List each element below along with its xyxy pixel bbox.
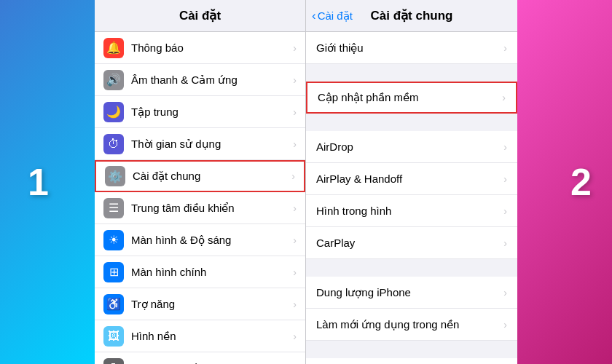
- left-panel-header: Cài đặt: [95, 0, 305, 32]
- panels-container: Cài đặt 🔔 Thông báo › 🔊 Âm thanh & Cảm ứ…: [95, 0, 517, 364]
- icon-siri: 🎙: [103, 358, 124, 365]
- label-tro-nang: Trợ năng: [131, 298, 293, 311]
- right-item-cap-nhat[interactable]: Cập nhật phần mềm ›: [306, 82, 517, 114]
- settings-item-thong-bao[interactable]: 🔔 Thông báo ›: [95, 32, 305, 64]
- left-panel-title: Cài đặt: [179, 8, 221, 23]
- label-man-hinh-chinh: Màn hình chính: [131, 266, 293, 278]
- right-item-carplay[interactable]: CarPlay ›: [306, 227, 517, 259]
- settings-item-tap-trung[interactable]: 🌙 Tập trung ›: [95, 96, 305, 128]
- right-item-airdrop[interactable]: AirDrop ›: [306, 131, 517, 163]
- icon-tro-nang: ♿: [103, 294, 124, 314]
- label-siri: Siri & Tìm kiếm: [131, 362, 293, 365]
- right-label-carplay: CarPlay: [316, 237, 503, 249]
- right-chevron-gioi-thieu: ›: [503, 42, 507, 54]
- settings-item-siri[interactable]: 🎙 Siri & Tìm kiếm ›: [95, 352, 305, 364]
- right-label-lam-moi: Làm mới ứng dụng trong nền: [316, 318, 503, 331]
- right-chevron-carplay: ›: [503, 237, 507, 249]
- label-tap-trung: Tập trung: [131, 106, 293, 119]
- back-label: Cài đặt: [318, 9, 353, 23]
- section-spacer-3: [306, 341, 517, 358]
- icon-hinh-nen: 🖼: [103, 326, 124, 347]
- right-label-hinh-trong-hinh: Hình trong hình: [316, 205, 503, 217]
- icon-cai-dat-chung: ⚙️: [105, 166, 125, 186]
- label-trung-tam: Trung tâm điều khiển: [131, 202, 293, 215]
- chevron-icon-tro-nang: ›: [293, 298, 297, 310]
- right-settings-list: Giới thiệu › Cập nhật phần mềm › AirDrop…: [306, 32, 517, 364]
- settings-item-am-thanh[interactable]: 🔊 Âm thanh & Cảm ứng ›: [95, 64, 305, 96]
- label-thong-bao: Thông báo: [131, 41, 293, 54]
- settings-item-man-hinh-do-sang[interactable]: ☀ Màn hình & Độ sáng ›: [95, 224, 305, 256]
- icon-man-hinh-do-sang: ☀: [103, 230, 124, 250]
- right-label-airplay: AirPlay & Handoff: [316, 173, 503, 185]
- label-am-thanh: Âm thanh & Cảm ứng: [131, 74, 293, 87]
- label-cai-dat-chung: Cài đặt chung: [133, 170, 291, 183]
- right-label-dung-luong: Dung lượng iPhone: [316, 286, 503, 299]
- settings-item-thoi-gian[interactable]: ⏱ Thời gian sử dụng ›: [95, 128, 305, 160]
- label-thoi-gian: Thời gian sử dụng: [131, 138, 293, 151]
- step-1-badge: 1: [28, 160, 49, 204]
- back-chevron-icon: ‹: [312, 9, 316, 23]
- right-chevron-airplay: ›: [503, 173, 507, 185]
- background-right: [517, 0, 612, 364]
- right-item-gioi-thieu[interactable]: Giới thiệu ›: [306, 32, 517, 64]
- label-hinh-nen: Hình nền: [131, 330, 293, 343]
- settings-item-tro-nang[interactable]: ♿ Trợ năng ›: [95, 288, 305, 320]
- icon-trung-tam: ☰: [103, 198, 124, 218]
- right-item-lam-moi[interactable]: Làm mới ứng dụng trong nền ›: [306, 309, 517, 341]
- right-panel: ‹ Cài đặt Cài đặt chung Giới thiệu › Cập…: [306, 0, 517, 364]
- icon-tap-trung: 🌙: [103, 102, 124, 122]
- right-item-ngay-gio[interactable]: Ngày & Giờ ›: [306, 358, 517, 364]
- section-spacer-1: [306, 114, 517, 131]
- label-man-hinh-do-sang: Màn hình & Độ sáng: [131, 234, 293, 247]
- right-chevron-airdrop: ›: [503, 141, 507, 153]
- icon-thoi-gian: ⏱: [103, 134, 124, 154]
- settings-item-hinh-nen[interactable]: 🖼 Hình nền ›: [95, 320, 305, 352]
- icon-man-hinh-chinh: ⊞: [103, 262, 124, 282]
- chevron-icon-tap-trung: ›: [293, 106, 297, 118]
- right-item-dung-luong[interactable]: Dung lượng iPhone ›: [306, 277, 517, 309]
- right-label-cap-nhat: Cập nhật phần mềm: [318, 91, 502, 104]
- chevron-icon-man-hinh-do-sang: ›: [293, 234, 297, 246]
- left-panel: Cài đặt 🔔 Thông báo › 🔊 Âm thanh & Cảm ứ…: [95, 0, 306, 364]
- right-label-gioi-thieu: Giới thiệu: [316, 41, 503, 55]
- right-item-hinh-trong-hinh[interactable]: Hình trong hình ›: [306, 195, 517, 227]
- section-spacer-0: [306, 64, 517, 82]
- right-chevron-lam-moi: ›: [503, 319, 507, 331]
- right-panel-title: Cài đặt chung: [371, 8, 453, 23]
- step-2-badge: 2: [570, 160, 592, 204]
- icon-am-thanh: 🔊: [103, 70, 124, 90]
- chevron-icon-man-hinh-chinh: ›: [293, 266, 297, 278]
- icon-thong-bao: 🔔: [103, 38, 124, 58]
- chevron-icon-trung-tam: ›: [293, 202, 297, 214]
- settings-item-man-hinh-chinh[interactable]: ⊞ Màn hình chính ›: [95, 256, 305, 288]
- chevron-icon-thong-bao: ›: [293, 42, 297, 54]
- right-label-airdrop: AirDrop: [316, 141, 503, 153]
- settings-item-trung-tam[interactable]: ☰ Trung tâm điều khiển ›: [95, 192, 305, 224]
- settings-item-cai-dat-chung[interactable]: ⚙️ Cài đặt chung ›: [95, 160, 305, 192]
- chevron-icon-am-thanh: ›: [293, 74, 297, 86]
- right-panel-header: ‹ Cài đặt Cài đặt chung: [306, 0, 517, 32]
- chevron-icon-thoi-gian: ›: [293, 138, 297, 150]
- right-chevron-hinh-trong-hinh: ›: [503, 205, 507, 217]
- right-chevron-dung-luong: ›: [503, 287, 507, 298]
- chevron-icon-cai-dat-chung: ›: [291, 170, 295, 182]
- back-button[interactable]: ‹ Cài đặt: [312, 9, 353, 23]
- right-chevron-cap-nhat: ›: [502, 92, 506, 103]
- section-spacer-2: [306, 259, 517, 277]
- right-item-airplay[interactable]: AirPlay & Handoff ›: [306, 163, 517, 195]
- left-settings-list: 🔔 Thông báo › 🔊 Âm thanh & Cảm ứng › 🌙 T…: [95, 32, 305, 364]
- chevron-icon-hinh-nen: ›: [293, 331, 297, 342]
